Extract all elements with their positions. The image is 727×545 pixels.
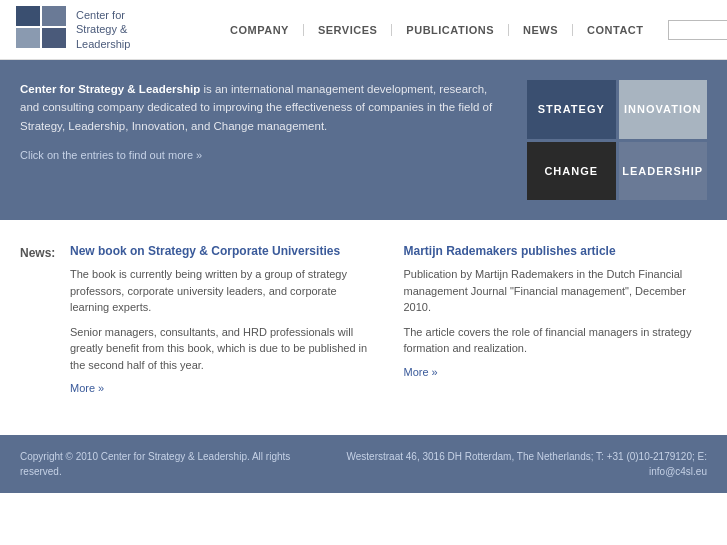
footer-copyright: Copyright © 2010 Center for Strategy & L…	[20, 449, 314, 479]
svg-rect-3	[42, 28, 66, 48]
nav-news[interactable]: NEWS	[509, 24, 573, 36]
hero-section: Center for Strategy & Leadership is an i…	[0, 60, 727, 220]
logo-text: Center for Strategy & Leadership	[76, 8, 130, 51]
hero-bold: Center for Strategy & Leadership	[20, 83, 200, 95]
svg-rect-1	[42, 6, 66, 26]
news-col-2: Martijn Rademakers publishes article Pub…	[404, 244, 708, 395]
news-label: News:	[20, 244, 60, 395]
search-area: 🔍	[668, 20, 727, 40]
hero-cell-strategy[interactable]: STRATEGY	[527, 80, 616, 139]
hero-cell-change[interactable]: CHANGE	[527, 142, 616, 201]
logo-icon	[16, 6, 68, 53]
news-more-1[interactable]: More »	[70, 382, 104, 394]
hero-cell-leadership[interactable]: LEADERSHIP	[619, 142, 708, 201]
search-input[interactable]	[668, 20, 727, 40]
nav-contact[interactable]: CONTACT	[573, 24, 657, 36]
hero-text-area: Center for Strategy & Leadership is an i…	[20, 80, 507, 200]
nav-company[interactable]: COMPANY	[216, 24, 304, 36]
news-title-2[interactable]: Martijn Rademakers publishes article	[404, 244, 708, 258]
svg-rect-2	[16, 28, 40, 48]
hero-cell-innovation[interactable]: INNOVATION	[619, 80, 708, 139]
main-nav: COMPANY SERVICES PUBLICATIONS NEWS CONTA…	[216, 24, 658, 36]
hero-intro: Center for Strategy & Leadership is an i…	[20, 80, 507, 135]
footer-address: Westerstraat 46, 3016 DH Rotterdam, The …	[314, 449, 707, 479]
svg-rect-0	[16, 6, 40, 26]
site-header: Center for Strategy & Leadership COMPANY…	[0, 0, 727, 60]
nav-services[interactable]: SERVICES	[304, 24, 392, 36]
nav-publications[interactable]: PUBLICATIONS	[392, 24, 509, 36]
news-title-1[interactable]: New book on Strategy & Corporate Univers…	[70, 244, 374, 258]
news-body-1a: The book is currently being written by a…	[70, 266, 374, 316]
hero-grid: STRATEGY INNOVATION CHANGE LEADERSHIP	[527, 80, 707, 200]
news-section: News: New book on Strategy & Corporate U…	[0, 220, 727, 415]
news-body-2a: Publication by Martijn Rademakers in the…	[404, 266, 708, 316]
news-more-2[interactable]: More »	[404, 366, 438, 378]
news-body-1b: Senior managers, consultants, and HRD pr…	[70, 324, 374, 374]
news-body-2b: The article covers the role of financial…	[404, 324, 708, 357]
hero-link[interactable]: Click on the entries to find out more »	[20, 147, 507, 165]
logo-area: Center for Strategy & Leadership	[16, 6, 216, 53]
news-col-1: New book on Strategy & Corporate Univers…	[70, 244, 374, 395]
news-columns: New book on Strategy & Corporate Univers…	[70, 244, 707, 395]
site-footer: Copyright © 2010 Center for Strategy & L…	[0, 435, 727, 493]
